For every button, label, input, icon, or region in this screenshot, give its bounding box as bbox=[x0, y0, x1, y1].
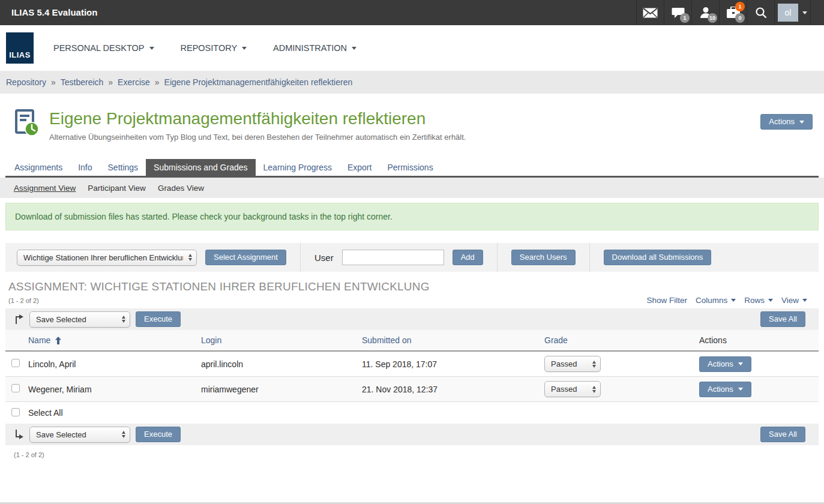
row-checkbox[interactable] bbox=[11, 359, 20, 367]
table-row: Lincoln, April april.lincoln 11. Sep 201… bbox=[5, 352, 819, 377]
table-header-row: Name Login Submitted on Grade Actions bbox=[5, 330, 819, 352]
assignment-section-heading: ASSIGNMENT: WICHTIGE STATIONEN IHRER BER… bbox=[8, 280, 816, 293]
chevron-down-icon bbox=[799, 121, 804, 124]
divider bbox=[589, 243, 590, 272]
user-label: User bbox=[314, 253, 334, 263]
save-all-button-top[interactable]: Save All bbox=[760, 311, 805, 327]
select-all-label: Select All bbox=[28, 408, 201, 418]
tab-info[interactable]: Info bbox=[70, 159, 100, 176]
table-meta-row: (1 - 2 of 2) Show Filter Columns Rows Vi… bbox=[8, 296, 816, 305]
subtab-assignment-view[interactable]: Assignment View bbox=[14, 184, 76, 193]
breadcrumb-separator: » bbox=[155, 77, 160, 87]
divider bbox=[300, 243, 301, 272]
cell-name: Lincoln, April bbox=[28, 359, 201, 369]
chat-badge: 1 bbox=[680, 13, 690, 23]
select-all-checkbox[interactable] bbox=[11, 408, 20, 416]
chevron-down-icon bbox=[738, 388, 743, 391]
chevron-down-icon bbox=[242, 47, 247, 50]
menu-administration[interactable]: ADMINISTRATION bbox=[273, 43, 356, 53]
main-header: ILIAS PERSONAL DESKTOP REPOSITORY ADMINI… bbox=[0, 25, 824, 71]
search-icon bbox=[755, 7, 767, 19]
success-message: Download of submission files has started… bbox=[5, 203, 819, 230]
menu-repository[interactable]: REPOSITORY bbox=[181, 43, 247, 53]
cell-submitted: 21. Nov 2018, 12:37 bbox=[362, 385, 544, 394]
chevron-down-icon bbox=[738, 362, 743, 365]
sort-by-login[interactable]: Login bbox=[201, 335, 362, 345]
tab-export[interactable]: Export bbox=[340, 159, 379, 176]
menu-personal-desktop[interactable]: PERSONAL DESKTOP bbox=[53, 43, 154, 53]
filter-toolbar: Wichtige Stationen Ihrer beruflichen Ent… bbox=[5, 243, 819, 272]
breadcrumb-current[interactable]: Eigene Projektmanagementfähigkeiten refl… bbox=[164, 77, 353, 87]
apply-up-arrow-icon bbox=[13, 314, 24, 325]
save-all-button-bottom[interactable]: Save All bbox=[760, 427, 805, 442]
user-input[interactable] bbox=[342, 250, 444, 265]
grade-select[interactable]: Passed bbox=[544, 381, 601, 397]
submissions-table: Save Selected Execute Save All Name Logi… bbox=[5, 308, 819, 458]
assignment-select[interactable]: Wichtige Stationen Ihrer beruflichen Ent… bbox=[17, 250, 197, 266]
row-checkbox[interactable] bbox=[11, 384, 20, 392]
select-assignment-button[interactable]: Select Assignment bbox=[205, 250, 286, 265]
row-actions-button[interactable]: Actions bbox=[699, 382, 751, 397]
view-dropdown[interactable]: View bbox=[781, 296, 807, 305]
breadcrumb-exercise[interactable]: Exercise bbox=[118, 77, 150, 87]
who-is-online-button[interactable]: 10 bbox=[691, 0, 719, 25]
chevron-down-icon bbox=[768, 299, 773, 302]
divider bbox=[497, 243, 498, 272]
ilias-logo[interactable]: ILIAS bbox=[6, 32, 34, 64]
page-actions-button[interactable]: Actions bbox=[760, 114, 813, 130]
breadcrumb-testbereich[interactable]: Testbereich bbox=[61, 77, 104, 87]
select-stepper-icon bbox=[188, 254, 192, 261]
chevron-down-icon bbox=[149, 47, 154, 50]
search-button[interactable] bbox=[747, 0, 774, 25]
avatar: ol bbox=[778, 4, 798, 22]
sort-by-grade[interactable]: Grade bbox=[544, 335, 699, 345]
select-stepper-icon bbox=[122, 431, 125, 438]
breadcrumb-separator: » bbox=[108, 77, 113, 87]
tab-learning-progress[interactable]: Learning Progress bbox=[256, 159, 340, 176]
online-users-badge: 10 bbox=[708, 13, 717, 23]
execute-button-top[interactable]: Execute bbox=[136, 311, 181, 327]
download-all-submissions-button[interactable]: Download all Submissions bbox=[604, 250, 712, 265]
mail-button[interactable] bbox=[636, 0, 664, 25]
page-subtitle: Alternative Übungseinheiten vom Typ Blog… bbox=[49, 133, 466, 142]
grade-select[interactable]: Passed bbox=[544, 356, 601, 372]
bulk-actions-bottom: Save Selected Execute Save All bbox=[5, 424, 819, 445]
tasks-new-badge: 1 bbox=[735, 2, 745, 11]
add-user-button[interactable]: Add bbox=[453, 250, 483, 265]
rows-dropdown[interactable]: Rows bbox=[744, 296, 773, 305]
exercise-icon bbox=[12, 109, 41, 138]
columns-dropdown[interactable]: Columns bbox=[696, 296, 736, 305]
background-tasks-button[interactable]: 1 0 bbox=[719, 0, 747, 25]
breadcrumb-repository[interactable]: Repository bbox=[6, 77, 46, 87]
tab-submissions-and-grades[interactable]: Submissions and Grades bbox=[146, 159, 255, 176]
result-count-bottom: (1 - 2 of 2) bbox=[14, 451, 819, 458]
top-bar: ILIAS 5.4 Evaluation 1 10 1 0 bbox=[0, 0, 824, 25]
tab-assignments[interactable]: Assignments bbox=[7, 159, 70, 176]
bulk-action-select-bottom[interactable]: Save Selected bbox=[29, 427, 130, 443]
show-filter-link[interactable]: Show Filter bbox=[646, 296, 687, 305]
main-menu: PERSONAL DESKTOP REPOSITORY ADMINISTRATI… bbox=[53, 43, 356, 53]
mail-icon bbox=[643, 8, 658, 18]
cell-login: april.lincoln bbox=[201, 359, 362, 369]
row-actions-button[interactable]: Actions bbox=[699, 356, 751, 372]
search-users-button[interactable]: Search Users bbox=[511, 250, 576, 265]
bulk-action-select-top[interactable]: Save Selected bbox=[29, 311, 130, 328]
tab-permissions[interactable]: Permissions bbox=[379, 159, 441, 176]
subtab-participant-view[interactable]: Participant View bbox=[88, 184, 146, 193]
sort-by-name[interactable]: Name bbox=[28, 335, 50, 345]
page-title: Eigene Projektmanagementfähigkeiten refl… bbox=[49, 109, 466, 128]
chevron-down-icon bbox=[802, 11, 807, 14]
cell-name: Wegener, Miriam bbox=[28, 385, 201, 394]
tab-settings[interactable]: Settings bbox=[100, 159, 146, 176]
actions-header: Actions bbox=[699, 335, 819, 345]
subtab-bar: Assignment View Participant View Grades … bbox=[0, 178, 824, 198]
user-menu[interactable]: ol bbox=[774, 0, 810, 25]
bulk-actions-top: Save Selected Execute Save All bbox=[5, 308, 819, 330]
chevron-down-icon bbox=[731, 299, 736, 302]
subtab-grades-view[interactable]: Grades View bbox=[158, 184, 204, 193]
chat-button[interactable]: 1 bbox=[664, 0, 691, 25]
sort-by-submitted[interactable]: Submitted on bbox=[362, 335, 544, 345]
cell-submitted: 11. Sep 2018, 17:07 bbox=[362, 359, 544, 369]
breadcrumb-separator: » bbox=[51, 77, 56, 87]
execute-button-bottom[interactable]: Execute bbox=[136, 427, 181, 442]
